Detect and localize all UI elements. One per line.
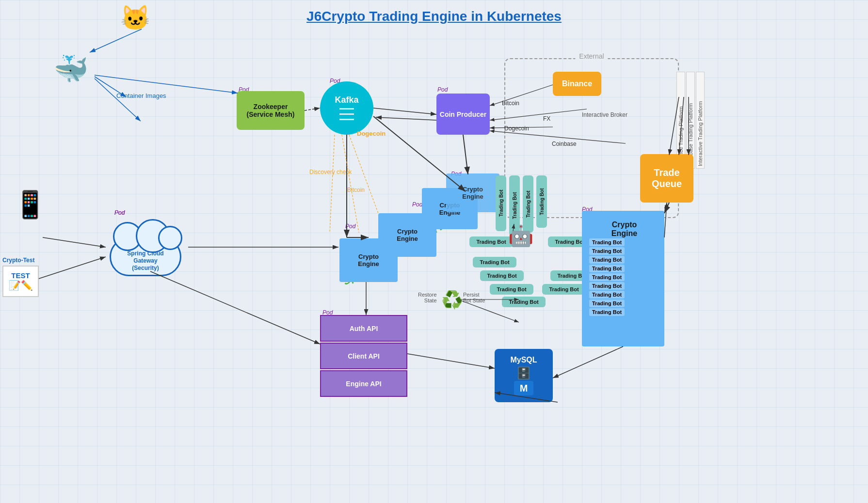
page-title: J6Crypto Trading Engine in Kubernetes <box>306 9 562 24</box>
svg-line-19 <box>349 135 378 213</box>
trading-bot-right-list: Trading Bot Trading Bot Trading Bot Trad… <box>589 237 625 317</box>
diagram-container: J6Crypto Trading Engine in Kubernetes 🐱 … <box>0 0 868 503</box>
api-stack: Auth API Client API Engine API <box>320 315 407 398</box>
mysql-icon: 🗄️ <box>516 366 531 380</box>
crypto-test-label: Crypto-Test <box>2 257 34 264</box>
trading-bot-h1: Trading Bot <box>469 236 513 247</box>
crypto-engine-right-label: Crypto Engine <box>587 220 662 238</box>
svg-line-17 <box>330 135 335 233</box>
svg-line-26 <box>39 257 106 279</box>
container-images-label: Container Images <box>116 92 166 99</box>
mysql-node: MySQL 🗄️ M <box>495 349 553 402</box>
zookeeper-node: Zookeeper (Service Mesh) <box>237 91 305 130</box>
trading-bot-d1: Trading Bot <box>473 257 516 267</box>
pod-label-coinproducer: Pod <box>437 86 448 93</box>
external-label: External <box>575 52 608 60</box>
pod-label-ce2: Pod <box>412 201 422 208</box>
svg-line-4 <box>95 75 238 93</box>
pod-label-ce3: Pod <box>345 223 355 230</box>
svg-line-25 <box>43 237 106 247</box>
test-icon: 📝✏️ <box>9 280 33 291</box>
binance-node: Binance <box>553 72 601 96</box>
svg-line-8 <box>373 108 436 114</box>
client-api-block: Client API <box>320 343 407 369</box>
trading-bot-d3: Trading Bot <box>490 284 533 295</box>
svg-line-9 <box>376 117 436 120</box>
engine-api-block: Engine API <box>320 370 407 397</box>
restore-state-label: Restore State <box>418 292 437 303</box>
bitcoin-flow-label: Bitcoin <box>502 100 519 107</box>
trade-queue-node: Trade Queue <box>640 154 693 203</box>
trading-bot-d4: Trading Bot <box>502 297 546 307</box>
docker-icon: 🐳 <box>53 52 88 85</box>
mobile-icon: 📱 <box>14 189 47 220</box>
dogecoin-flow-label: Dogecoin <box>504 125 529 132</box>
github-icon: 🐱 <box>120 4 150 32</box>
trading-bot-v1: Trading Bot <box>496 175 506 231</box>
persist-bot-state-label: Persist Bot State <box>463 292 485 303</box>
kafka-node: Kafka ▬▬▬▬▬▬▬▬▬ <box>320 81 373 135</box>
svg-line-30 <box>407 354 495 368</box>
svg-line-18 <box>342 135 359 233</box>
discovery-check-label: Discovery check <box>309 169 352 175</box>
gateway-pod-label: Pod <box>114 209 197 216</box>
crypto-engine-pod-4: Crypto Engine <box>446 173 499 212</box>
test-text: TEST <box>11 271 30 280</box>
interactive-platform-label: Interactive Trading Platform <box>696 72 705 169</box>
trading-bot-d6: Trading Bot <box>542 284 586 295</box>
robot-icon: 🤖 <box>508 224 537 253</box>
dogecoin-label: Dogecoin <box>357 130 386 137</box>
mysql-m-icon: M <box>514 381 533 395</box>
fx-label: FX <box>543 115 550 122</box>
svg-line-20 <box>463 135 468 174</box>
svg-line-3 <box>90 29 142 52</box>
bitcoin-dotted-label: Bitcoin <box>347 187 365 193</box>
auth-api-block: Auth API <box>320 315 407 342</box>
recycle-icon: ♻️ <box>441 290 463 310</box>
svg-line-31 <box>553 346 623 378</box>
coin-producer-node: Coin Producer <box>436 94 490 135</box>
interactive-broker-label: Interactive Broker <box>582 111 627 118</box>
svg-line-7 <box>305 108 320 110</box>
test-block: TEST 📝✏️ <box>2 266 39 297</box>
kafka-lines: ▬▬▬▬▬▬▬▬▬ <box>339 105 354 121</box>
gateway-container: Pod 🛡️Spring Cloud Gateway (Security) <box>106 209 188 285</box>
trading-bot-v4: Trading Bot <box>536 175 547 228</box>
trading-bot-d2: Trading Bot <box>480 270 524 281</box>
svg-line-6 <box>95 79 141 121</box>
coinbase-label: Coinbase <box>552 141 577 147</box>
